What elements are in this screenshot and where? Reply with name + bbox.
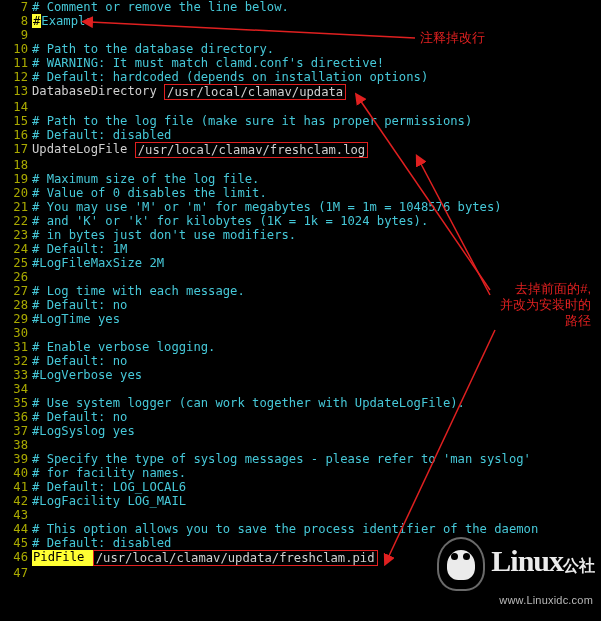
code-line[interactable]: 19# Maximum size of the log file.: [0, 172, 601, 186]
code-text: # Path to the log file (make sure it has…: [32, 114, 472, 128]
line-number: 19: [0, 172, 32, 186]
code-line[interactable]: 43: [0, 508, 601, 522]
line-number: 37: [0, 424, 32, 438]
line-number: 22: [0, 214, 32, 228]
code-line[interactable]: 7# Comment or remove the line below.: [0, 0, 601, 14]
annotation-right-3: 路径: [565, 313, 591, 329]
code-line[interactable]: 24# Default: 1M: [0, 242, 601, 256]
line-number: 30: [0, 326, 32, 340]
line-number: 42: [0, 494, 32, 508]
code-area[interactable]: 7# Comment or remove the line below.8#Ex…: [0, 0, 601, 580]
code-line[interactable]: 18: [0, 158, 601, 172]
search-highlight: #: [32, 14, 41, 28]
line-number: 43: [0, 508, 32, 522]
code-text: # Log time with each message.: [32, 284, 245, 298]
code-text: #LogTime yes: [32, 312, 120, 326]
code-line[interactable]: 11# WARNING: It must match clamd.conf's …: [0, 56, 601, 70]
code-text: # Default: disabled: [32, 128, 171, 142]
line-number: 35: [0, 396, 32, 410]
code-text: # Default: no: [32, 410, 127, 424]
code-line[interactable]: 30: [0, 326, 601, 340]
code-text: # Default: 1M: [32, 242, 127, 256]
code-line[interactable]: 29#LogTime yes: [0, 312, 601, 326]
code-line[interactable]: 25#LogFileMaxSize 2M: [0, 256, 601, 270]
code-line[interactable]: 38: [0, 438, 601, 452]
code-line[interactable]: 40# for facility names.: [0, 466, 601, 480]
line-number: 28: [0, 298, 32, 312]
code-text: # Default: disabled: [32, 536, 171, 550]
highlighted-path: /usr/local/clamav/updata/freshclam.pid: [93, 550, 378, 566]
line-number: 9: [0, 28, 32, 42]
code-text: # in bytes just don't use modifiers.: [32, 228, 296, 242]
line-number: 17: [0, 142, 32, 158]
line-number: 41: [0, 480, 32, 494]
code-text: #LogVerbose yes: [32, 368, 142, 382]
line-number: 7: [0, 0, 32, 14]
code-line[interactable]: 8#Example: [0, 14, 601, 28]
line-number: 25: [0, 256, 32, 270]
code-line[interactable]: 45# Default: disabled: [0, 536, 601, 550]
line-number: 24: [0, 242, 32, 256]
line-number: 38: [0, 438, 32, 452]
code-editor-viewport[interactable]: 7# Comment or remove the line below.8#Ex…: [0, 0, 601, 621]
code-text: # for facility names.: [32, 466, 186, 480]
code-text: # Path to the database directory.: [32, 42, 274, 56]
code-text: # Default: no: [32, 298, 127, 312]
code-line[interactable]: 12# Default: hardcoded (depends on insta…: [0, 70, 601, 84]
line-number: 33: [0, 368, 32, 382]
code-line[interactable]: 23# in bytes just don't use modifiers.: [0, 228, 601, 242]
code-text: # You may use 'M' or 'm' for megabytes (…: [32, 200, 502, 214]
code-line[interactable]: 37#LogSyslog yes: [0, 424, 601, 438]
search-highlight: PidFile: [32, 550, 93, 566]
code-text: # WARNING: It must match clamd.conf's di…: [32, 56, 384, 70]
line-number: 15: [0, 114, 32, 128]
code-line[interactable]: 22# and 'K' or 'k' for kilobytes (1K = 1…: [0, 214, 601, 228]
code-line[interactable]: 32# Default: no: [0, 354, 601, 368]
code-line[interactable]: 17UpdateLogFile /usr/local/clamav/freshc…: [0, 142, 601, 158]
code-text: # Default: LOG_LOCAL6: [32, 480, 186, 494]
code-line[interactable]: 27# Log time with each message.: [0, 284, 601, 298]
line-number: 26: [0, 270, 32, 284]
line-number: 13: [0, 84, 32, 100]
code-line[interactable]: 47: [0, 566, 601, 580]
code-line[interactable]: 44# This option allows you to save the p…: [0, 522, 601, 536]
code-line[interactable]: 34: [0, 382, 601, 396]
code-line[interactable]: 46PidFile /usr/local/clamav/updata/fresh…: [0, 550, 601, 566]
code-text: # Maximum size of the log file.: [32, 172, 259, 186]
code-line[interactable]: 42#LogFacility LOG_MAIL: [0, 494, 601, 508]
code-line[interactable]: 35# Use system logger (can work together…: [0, 396, 601, 410]
code-text: #LogFileMaxSize 2M: [32, 256, 164, 270]
code-line[interactable]: 14: [0, 100, 601, 114]
line-number: 40: [0, 466, 32, 480]
line-number: 10: [0, 42, 32, 56]
code-text: # Enable verbose logging.: [32, 340, 215, 354]
line-number: 45: [0, 536, 32, 550]
line-number: 12: [0, 70, 32, 84]
code-text: # Default: hardcoded (depends on install…: [32, 70, 428, 84]
code-line[interactable]: 21# You may use 'M' or 'm' for megabytes…: [0, 200, 601, 214]
code-text: # Use system logger (can work together w…: [32, 396, 465, 410]
code-line[interactable]: 10# Path to the database directory.: [0, 42, 601, 56]
annotation-top: 注释掉改行: [420, 30, 485, 46]
line-number: 14: [0, 100, 32, 114]
line-number: 36: [0, 410, 32, 424]
code-line[interactable]: 33#LogVerbose yes: [0, 368, 601, 382]
code-line[interactable]: 13DatabaseDirectory /usr/local/clamav/up…: [0, 84, 601, 100]
code-text: # Default: no: [32, 354, 127, 368]
code-line[interactable]: 39# Specify the type of syslog messages …: [0, 452, 601, 466]
code-line[interactable]: 31# Enable verbose logging.: [0, 340, 601, 354]
line-number: 27: [0, 284, 32, 298]
watermark-url: www.Linuxidc.com: [499, 593, 593, 607]
code-line[interactable]: 20# Value of 0 disables the limit.: [0, 186, 601, 200]
code-line[interactable]: 41# Default: LOG_LOCAL6: [0, 480, 601, 494]
code-line[interactable]: 15# Path to the log file (make sure it h…: [0, 114, 601, 128]
line-number: 34: [0, 382, 32, 396]
line-number: 11: [0, 56, 32, 70]
code-line[interactable]: 9: [0, 28, 601, 42]
code-text: DatabaseDirectory: [32, 84, 164, 100]
line-number: 20: [0, 186, 32, 200]
code-text: #LogFacility LOG_MAIL: [32, 494, 186, 508]
code-line[interactable]: 26: [0, 270, 601, 284]
code-line[interactable]: 36# Default: no: [0, 410, 601, 424]
code-line[interactable]: 16# Default: disabled: [0, 128, 601, 142]
